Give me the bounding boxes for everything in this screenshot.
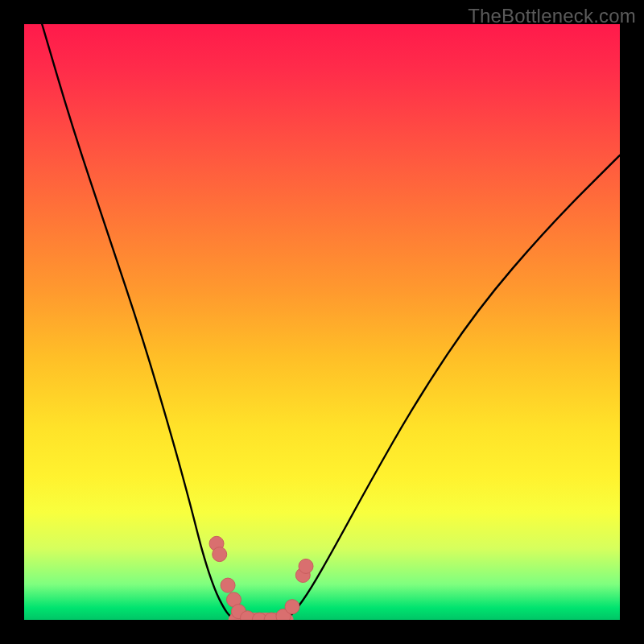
curve-marker (221, 578, 235, 592)
curve-marker (299, 559, 313, 573)
curve-marker (213, 547, 227, 562)
chart-frame: TheBottleneck.com (0, 0, 644, 644)
curve-markers (209, 536, 313, 620)
curve-marker (285, 600, 299, 614)
left-curve (42, 24, 236, 620)
curves-svg (24, 24, 620, 620)
plot-area (24, 24, 620, 620)
right-curve (287, 155, 620, 620)
